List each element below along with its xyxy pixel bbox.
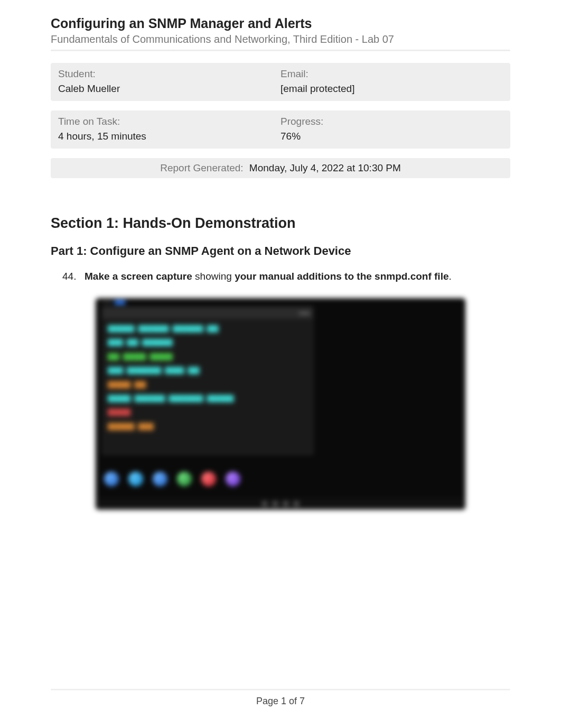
time-label: Time on Task: — [58, 116, 280, 127]
taskbar-icon — [177, 472, 192, 486]
email-value: [email protected] — [280, 83, 503, 95]
page-footer: Page 1 of 7 — [51, 689, 510, 707]
report-value: Monday, July 4, 2022 at 10:30 PM — [249, 162, 401, 173]
time-progress-block: Time on Task: 4 hours, 15 minutes Progre… — [51, 110, 510, 149]
step-text: Make a screen capture showing your manua… — [85, 271, 510, 282]
section-heading: Section 1: Hands-On Demonstration — [51, 215, 510, 232]
step-tail: . — [448, 271, 451, 282]
step-row: 44. Make a screen capture showing your m… — [62, 271, 510, 282]
report-label: Report Generated: — [160, 162, 243, 173]
taskbar-icon — [201, 472, 216, 486]
terminal-window: ███████ ████████ ████████ ███ ████ ███ █… — [102, 307, 313, 455]
student-value: Caleb Mueller — [58, 83, 280, 95]
report-generated-row: Report Generated: Monday, July 4, 2022 a… — [51, 158, 510, 178]
taskbar-icon — [153, 472, 167, 486]
student-label: Student: — [58, 68, 280, 80]
time-value: 4 hours, 15 minutes — [58, 131, 280, 142]
step-number: 44. — [62, 271, 85, 282]
part-heading: Part 1: Configure an SNMP Agent on a Net… — [51, 244, 510, 258]
student-email-block: Student: Caleb Mueller Email: [email pro… — [51, 63, 510, 101]
page-number: Page 1 of 7 — [51, 696, 510, 707]
progress-label: Progress: — [280, 116, 503, 127]
email-label: Email: — [280, 68, 503, 80]
taskbar-icons — [104, 472, 240, 486]
progress-value: 76% — [280, 131, 503, 142]
taskbar-icon — [226, 472, 240, 486]
embedded-screenshot: ███████ ████████ ████████ ███ ████ ███ █… — [96, 298, 465, 510]
step-bold-2: your manual additions to the snmpd.conf … — [235, 271, 448, 282]
step-bold-1: Make a screen capture — [85, 271, 192, 282]
taskbar-icon — [104, 472, 119, 486]
page-title: Configuring an SNMP Manager and Alerts — [51, 16, 510, 31]
title-divider — [51, 50, 510, 51]
step-mid: showing — [192, 271, 235, 282]
taskbar-icon — [128, 472, 143, 486]
page-subtitle: Fundamentals of Communications and Netwo… — [51, 33, 510, 45]
footer-divider — [51, 689, 510, 690]
